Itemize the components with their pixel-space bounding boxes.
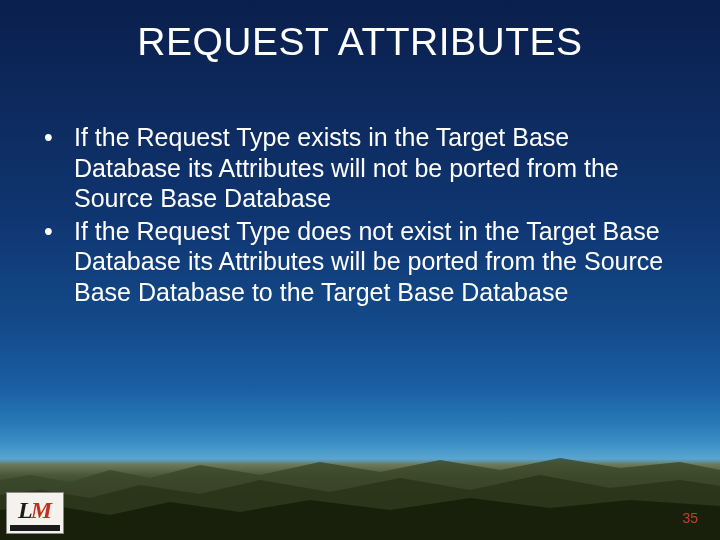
bullet-item: If the Request Type does not exist in th…: [38, 216, 678, 308]
slide-title: REQUEST ATTRIBUTES: [0, 20, 720, 64]
bullet-item: If the Request Type exists in the Target…: [38, 122, 678, 214]
page-number: 35: [682, 510, 698, 526]
logo: L M: [6, 492, 64, 534]
logo-letter-m: M: [31, 497, 52, 524]
landscape-decoration: [0, 420, 720, 540]
bullet-list: If the Request Type exists in the Target…: [38, 122, 678, 307]
slide-body: If the Request Type exists in the Target…: [38, 122, 678, 309]
logo-bar: [10, 525, 60, 531]
slide: REQUEST ATTRIBUTES If the Request Type e…: [0, 0, 720, 540]
logo-letters: L M: [10, 496, 60, 524]
